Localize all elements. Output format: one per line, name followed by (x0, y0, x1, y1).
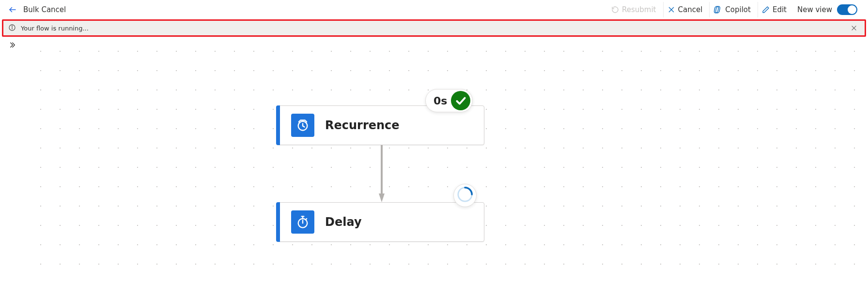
close-icon (667, 6, 675, 14)
checkmark-icon (451, 91, 470, 110)
flow-canvas[interactable]: Recurrence 0s Delay (22, 37, 868, 279)
clock-icon (291, 114, 314, 137)
info-icon (8, 24, 16, 33)
flow-connector (379, 145, 382, 202)
header-left: Bulk Cancel (7, 4, 66, 15)
notification-message: Your flow is running... (21, 25, 89, 32)
edit-label: Edit (773, 5, 787, 14)
spinner-icon (457, 186, 473, 205)
copilot-label: Copilot (725, 5, 751, 14)
node-title: Recurrence (325, 119, 400, 132)
stopwatch-icon (291, 210, 314, 234)
edit-button[interactable]: Edit (758, 2, 790, 17)
notification-wrap: Your flow is running... (0, 19, 868, 37)
copilot-button[interactable]: Copilot (709, 2, 755, 17)
cancel-label: Cancel (678, 5, 703, 14)
notification-close-button[interactable] (848, 22, 860, 34)
svg-marker-14 (379, 193, 385, 202)
resubmit-label: Resubmit (622, 5, 656, 14)
new-view-toggle[interactable] (837, 4, 857, 15)
toggle-knob (848, 5, 856, 14)
pencil-icon (762, 6, 770, 14)
svg-line-12 (303, 126, 305, 127)
node-status-running (453, 184, 477, 207)
panel-expand-button[interactable] (7, 40, 17, 50)
cancel-button[interactable]: Cancel (663, 2, 707, 17)
header-toolbar: Bulk Cancel Resubmit Cancel Copilot Edit (0, 0, 868, 19)
node-title: Delay (325, 215, 362, 229)
resubmit-button: Resubmit (607, 2, 660, 17)
notification-bar: Your flow is running... (2, 19, 866, 37)
node-status-success: 0s (425, 89, 473, 112)
copilot-icon (713, 5, 722, 14)
page-title: Bulk Cancel (23, 5, 66, 14)
refresh-icon (611, 6, 619, 14)
canvas-wrap: Recurrence 0s Delay (0, 37, 868, 279)
node-duration: 0s (434, 95, 447, 107)
new-view-label: New view (797, 5, 832, 14)
new-view-group: New view (793, 2, 861, 17)
svg-point-7 (12, 26, 12, 26)
back-button[interactable] (7, 4, 18, 15)
flow-node-delay[interactable]: Delay (276, 202, 484, 242)
header-actions: Resubmit Cancel Copilot Edit New view (607, 2, 861, 17)
